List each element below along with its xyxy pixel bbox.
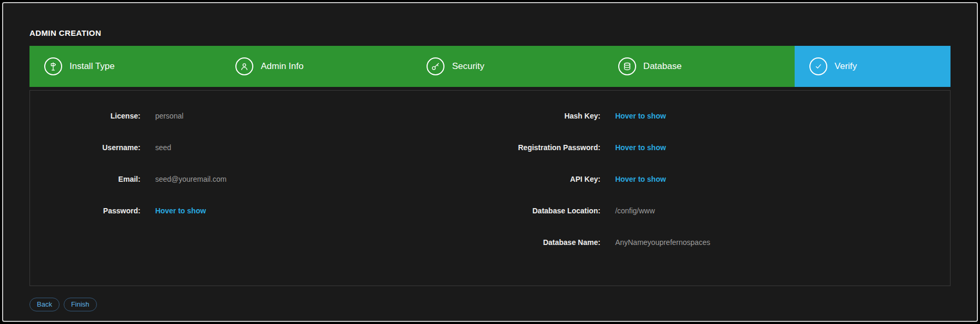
- hover-to-show-link[interactable]: Hover to show: [615, 112, 666, 120]
- summary-field: License: personal: [30, 112, 490, 120]
- user-icon: [235, 57, 253, 75]
- field-label: Database Name:: [490, 238, 601, 247]
- key-icon: [427, 57, 444, 75]
- field-label: Database Location:: [490, 207, 601, 215]
- field-label: Registration Password:: [490, 143, 601, 152]
- hover-to-show-link[interactable]: Hover to show: [155, 207, 206, 215]
- signpost-icon: [44, 57, 62, 75]
- summary-col-right: Hash Key: Hover to show Registration Pas…: [490, 112, 951, 270]
- footer-actions: Back Finish: [29, 298, 951, 311]
- summary-field: Database Name: AnyNameyouprefernospaces: [490, 238, 951, 247]
- wizard-step-install-type[interactable]: Install Type: [29, 46, 221, 87]
- field-value: personal: [155, 112, 184, 120]
- summary-panel: License: personal Username: seed Email: …: [29, 90, 951, 286]
- summary-field: Database Location: /config/www: [490, 207, 951, 215]
- wizard-step-security[interactable]: Security: [412, 46, 603, 87]
- stepper: Install Type Admin Info Security Databas…: [29, 46, 951, 87]
- field-label: Password:: [30, 207, 141, 215]
- hover-to-show-link[interactable]: Hover to show: [615, 175, 666, 183]
- step-label: Admin Info: [261, 61, 303, 72]
- field-label: API Key:: [490, 175, 601, 183]
- field-value: /config/www: [615, 207, 655, 215]
- field-value: seed@youremail.com: [155, 175, 227, 183]
- step-label: Verify: [835, 61, 857, 72]
- field-value: AnyNameyouprefernospaces: [615, 238, 710, 247]
- hover-to-show-link[interactable]: Hover to show: [615, 143, 666, 152]
- summary-field: Username: seed: [30, 143, 490, 152]
- page-title: ADMIN CREATION: [29, 3, 951, 46]
- step-label: Security: [452, 61, 484, 72]
- summary-field: Registration Password: Hover to show: [490, 143, 951, 152]
- finish-button[interactable]: Finish: [64, 298, 97, 311]
- wizard-step-admin-info[interactable]: Admin Info: [221, 46, 412, 87]
- field-label: Email:: [30, 175, 141, 183]
- wizard-step-verify[interactable]: Verify: [795, 46, 951, 87]
- check-icon: [809, 57, 827, 75]
- summary-field: Password: Hover to show: [30, 207, 490, 215]
- step-label: Database: [644, 61, 682, 72]
- app-window: ADMIN CREATION Install Type Admin Info S…: [2, 2, 978, 322]
- admin-creation-page: ADMIN CREATION Install Type Admin Info S…: [3, 3, 977, 311]
- step-label: Install Type: [70, 61, 115, 72]
- field-label: Username:: [30, 143, 141, 152]
- field-label: License:: [30, 112, 141, 120]
- summary-field: Hash Key: Hover to show: [490, 112, 951, 120]
- field-value: seed: [155, 143, 171, 152]
- back-button[interactable]: Back: [29, 298, 60, 311]
- database-icon: [618, 57, 636, 75]
- wizard-step-database[interactable]: Database: [603, 46, 795, 87]
- summary-col-left: License: personal Username: seed Email: …: [30, 112, 490, 238]
- field-label: Hash Key:: [490, 112, 601, 120]
- summary-field: Email: seed@youremail.com: [30, 175, 490, 183]
- summary-field: API Key: Hover to show: [490, 175, 951, 183]
